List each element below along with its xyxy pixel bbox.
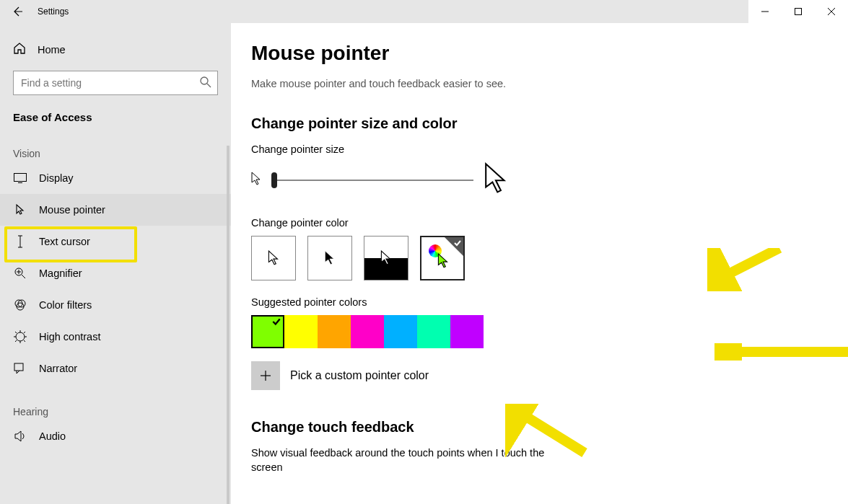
section-heading-size-color: Change pointer size and color <box>251 115 848 132</box>
page-subtitle: Make mouse pointer and touch feedback ea… <box>251 78 848 89</box>
sidebar: Home Ease of Access Vision Display Mouse… <box>0 23 231 504</box>
sidebar-section-hearing: Hearing <box>0 384 231 420</box>
sidebar-scrollbar[interactable] <box>227 146 230 504</box>
color-swatch-cyan[interactable] <box>384 315 417 348</box>
section-heading-touch: Change touch feedback <box>251 419 848 436</box>
suggested-colors-row <box>251 315 848 348</box>
sidebar-item-label: Display <box>39 172 74 184</box>
pointer-color-custom[interactable] <box>420 236 465 280</box>
checkmark-icon <box>271 317 281 327</box>
svg-point-4 <box>201 77 208 84</box>
close-button[interactable] <box>815 0 848 23</box>
color-swatch-orange[interactable] <box>318 315 351 348</box>
pointer-size-slider[interactable] <box>271 180 473 181</box>
sidebar-item-text-cursor[interactable]: Text cursor <box>0 226 231 257</box>
pointer-color-white[interactable] <box>251 236 296 280</box>
svg-line-23 <box>15 340 17 342</box>
sidebar-item-audio[interactable]: Audio <box>0 420 231 452</box>
sidebar-item-label: Text cursor <box>39 236 90 247</box>
pointer-color-black[interactable] <box>307 236 352 280</box>
color-swatch-teal[interactable] <box>417 315 450 348</box>
svg-point-14 <box>17 303 24 310</box>
label-pointer-color: Change pointer color <box>251 217 848 229</box>
back-arrow-icon <box>12 6 23 17</box>
pointer-color-inverted[interactable] <box>364 236 408 280</box>
color-filters-icon <box>13 299 27 311</box>
maximize-button[interactable] <box>782 0 815 23</box>
audio-icon <box>13 430 27 443</box>
sidebar-item-label: Narrator <box>39 363 77 374</box>
color-swatch-yellow[interactable] <box>284 315 318 348</box>
color-swatch-lime[interactable] <box>251 315 284 348</box>
sidebar-item-narrator[interactable]: Narrator <box>0 353 231 384</box>
touch-feedback-text: Show visual feedback around the touch po… <box>251 446 554 475</box>
mouse-pointer-icon <box>13 203 27 216</box>
sidebar-home[interactable]: Home <box>0 35 231 65</box>
svg-line-21 <box>24 340 25 342</box>
sidebar-item-label: Magnifier <box>39 268 82 279</box>
window-title: Settings <box>38 6 69 17</box>
search-icon <box>199 76 212 92</box>
titlebar: Settings <box>0 0 848 23</box>
svg-line-9 <box>22 275 25 278</box>
minimize-button[interactable] <box>748 0 782 23</box>
window-controls <box>748 0 848 23</box>
svg-rect-6 <box>14 174 27 182</box>
checkmark-icon <box>453 239 462 247</box>
slider-thumb[interactable] <box>271 172 277 188</box>
sidebar-group-label: Ease of Access <box>0 95 231 126</box>
svg-rect-1 <box>795 9 802 15</box>
sidebar-section-vision: Vision <box>0 126 231 162</box>
magnifier-icon <box>13 267 27 280</box>
large-cursor-icon <box>484 162 508 198</box>
text-cursor-icon <box>13 235 27 248</box>
color-swatch-magenta[interactable] <box>351 315 384 348</box>
back-button[interactable] <box>0 0 35 23</box>
sidebar-item-magnifier[interactable]: Magnifier <box>0 257 231 289</box>
high-contrast-icon <box>13 330 27 343</box>
label-pointer-size: Change pointer size <box>251 143 848 155</box>
content-area: Mouse pointer Make mouse pointer and tou… <box>231 23 848 504</box>
sidebar-item-display[interactable]: Display <box>0 162 231 194</box>
custom-color-button[interactable] <box>251 361 280 390</box>
svg-point-15 <box>16 332 25 341</box>
sidebar-home-label: Home <box>38 44 66 56</box>
sidebar-item-label: Mouse pointer <box>39 204 105 216</box>
plus-icon <box>260 370 271 381</box>
color-swatch-purple[interactable] <box>450 315 484 348</box>
svg-line-5 <box>207 84 211 87</box>
svg-line-20 <box>15 332 17 333</box>
sidebar-item-label: Audio <box>39 430 66 442</box>
display-icon <box>13 173 27 183</box>
page-title: Mouse pointer <box>251 42 848 65</box>
home-icon <box>13 42 26 58</box>
svg-rect-24 <box>14 363 23 371</box>
sidebar-item-label: High contrast <box>39 331 100 342</box>
sidebar-item-high-contrast[interactable]: High contrast <box>0 321 231 353</box>
svg-line-22 <box>24 332 25 333</box>
small-cursor-icon <box>251 172 261 189</box>
sidebar-item-color-filters[interactable]: Color filters <box>0 289 231 321</box>
sidebar-item-mouse-pointer[interactable]: Mouse pointer <box>0 194 231 226</box>
sidebar-item-label: Color filters <box>39 299 92 311</box>
label-suggested-colors: Suggested pointer colors <box>251 296 848 308</box>
narrator-icon <box>13 362 27 375</box>
custom-color-label: Pick a custom pointer color <box>290 369 429 382</box>
search-input[interactable] <box>13 71 218 95</box>
